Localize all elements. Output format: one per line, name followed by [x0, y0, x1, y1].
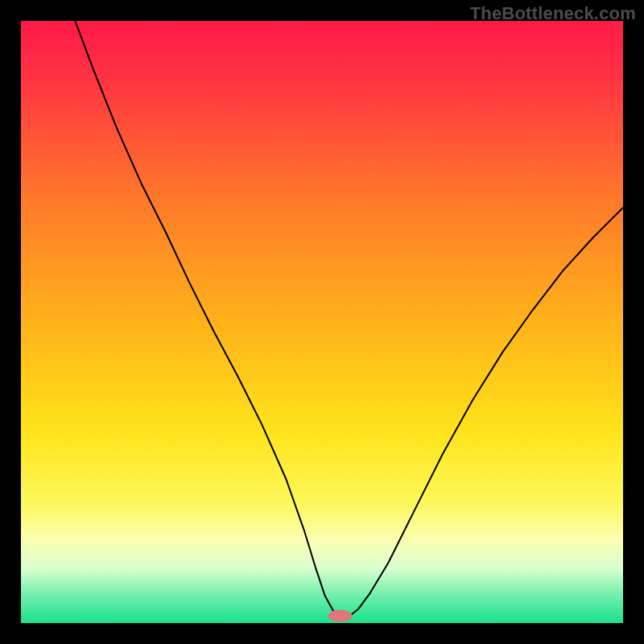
plot-area	[21, 21, 623, 623]
minimum-marker	[328, 610, 352, 622]
watermark-label: TheBottleneck.com	[470, 3, 636, 24]
gradient-background	[21, 21, 623, 623]
chart-frame: TheBottleneck.com	[0, 0, 644, 644]
bottleneck-chart	[21, 21, 623, 623]
